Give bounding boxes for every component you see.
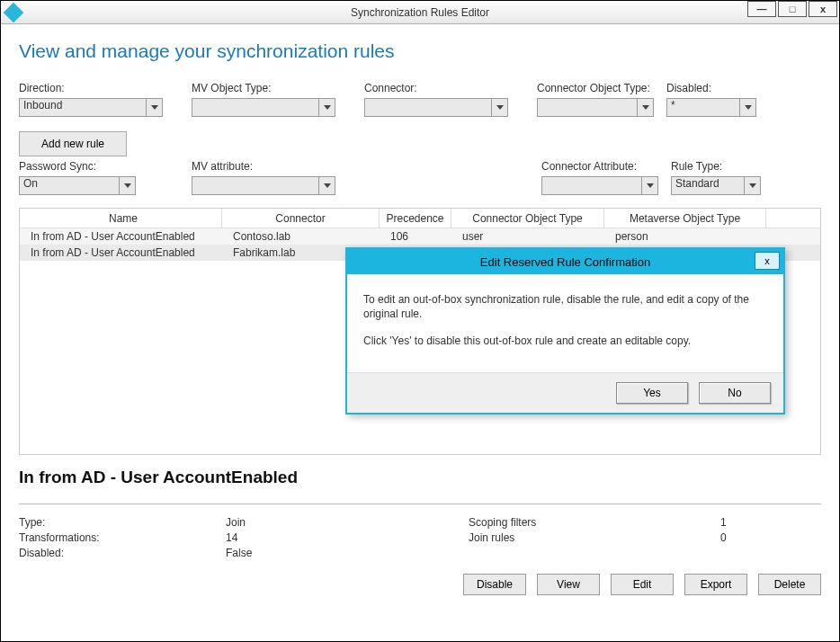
mv-object-type-label: MV Object Type: [192,82,335,94]
add-new-rule-button[interactable]: Add new rule [19,131,127,156]
window-controls: — □ x [746,1,837,17]
mv-object-type-select[interactable] [192,98,335,117]
table-header: Name Connector Precedence Connector Obje… [20,209,820,228]
page-title: View and manage your synchronization rul… [19,40,821,62]
rule-details: Type: Transformations: Disabled: Join 14… [19,515,821,561]
col-connector-object-type[interactable]: Connector Object Type [451,209,604,227]
mv-attribute-label: MV attribute: [192,160,335,173]
window-title: Synchronization Rules Editor [351,6,489,19]
connector-object-type-label: Connector Object Type: [537,82,654,94]
confirmation-dialog: Edit Reserved Rule Confirmation x To edi… [345,247,785,415]
chevron-down-icon [637,99,653,116]
connector-select[interactable] [364,98,508,117]
window-titlebar: Synchronization Rules Editor — □ x [1,1,839,24]
col-precedence[interactable]: Precedence [380,209,451,227]
connector-attribute-label: Connector Attribute: [541,160,658,173]
scoping-filters-label: Scoping filters [469,515,720,531]
chevron-down-icon [318,99,335,116]
no-button[interactable]: No [699,382,771,404]
yes-button[interactable]: Yes [616,382,688,404]
transformations-label: Transformations: [19,531,226,546]
direction-label: Direction: [19,82,163,94]
connector-attribute-select[interactable] [541,176,658,195]
password-sync-label: Password Sync: [19,160,145,173]
col-name[interactable]: Name [20,209,222,227]
selected-rule-title: In from AD - User AccountEnabled [19,468,821,487]
chevron-down-icon [119,177,135,194]
type-value: Join [226,515,469,531]
disabled-label: Disabled: [666,82,756,94]
table-row[interactable]: In from AD - User AccountEnabled Contoso… [20,228,820,245]
view-button[interactable]: View [537,574,600,595]
dialog-titlebar: Edit Reserved Rule Confirmation x [347,249,783,274]
dialog-footer: Yes No [347,372,783,413]
disabled-select[interactable]: * [666,98,756,117]
password-sync-select[interactable]: On [19,176,136,195]
dialog-close-button[interactable]: x [755,252,780,270]
delete-button[interactable]: Delete [758,574,821,595]
disable-button[interactable]: Disable [463,574,526,595]
app-icon [4,2,24,22]
mv-attribute-select[interactable] [192,176,335,195]
transformations-value: 14 [226,531,469,546]
chevron-down-icon [491,99,507,116]
close-button[interactable]: x [809,1,837,17]
chevron-down-icon [641,177,657,194]
divider [19,504,821,504]
col-metaverse-object-type[interactable]: Metaverse Object Type [604,209,766,227]
chevron-down-icon [146,99,162,116]
col-connector[interactable]: Connector [222,209,380,227]
connector-label: Connector: [364,82,508,94]
join-rules-label: Join rules [469,531,720,546]
chevron-down-icon [739,99,755,116]
scoping-filters-value: 1 [720,515,792,531]
action-bar: Disable View Edit Export Delete [19,574,821,595]
rule-type-select[interactable]: Standard [671,176,761,195]
export-button[interactable]: Export [684,574,747,595]
dialog-text-2: Click 'Yes' to disable this out-of-box r… [363,334,767,348]
chevron-down-icon [318,177,335,194]
disabled-detail-label: Disabled: [19,546,226,561]
join-rules-value: 0 [720,531,792,546]
type-label: Type: [19,515,226,531]
chevron-down-icon [744,177,760,194]
rule-type-label: Rule Type: [671,160,761,173]
dialog-title: Edit Reserved Rule Confirmation [480,255,650,269]
minimize-button[interactable]: — [747,1,776,17]
connector-object-type-select[interactable] [537,98,654,117]
maximize-button[interactable]: □ [778,1,807,17]
dialog-text-1: To edit an out-of-box synchronization ru… [363,292,767,321]
direction-select[interactable]: Inbound [19,98,163,117]
disabled-detail-value: False [226,546,469,561]
edit-button[interactable]: Edit [611,574,674,595]
dialog-body: To edit an out-of-box synchronization ru… [347,274,783,372]
